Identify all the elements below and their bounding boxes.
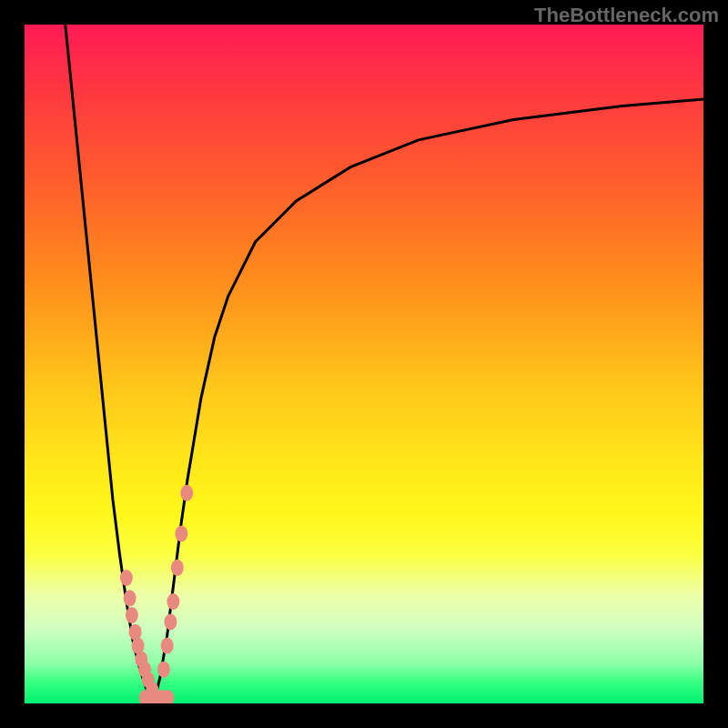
marker-dot (167, 593, 179, 610)
marker-dot (161, 638, 174, 654)
marker-dot (120, 570, 133, 586)
dots-marker-dots-left (120, 570, 162, 703)
plot-svg (25, 25, 703, 703)
marker-dot (171, 560, 184, 576)
marker-dot (157, 662, 170, 678)
plot-area (25, 25, 703, 703)
marker-dot (164, 613, 177, 630)
marker-dot (126, 607, 138, 623)
curve-curve-left (66, 25, 154, 703)
chart-frame: TheBottleneck.com (0, 0, 728, 728)
watermark-text: TheBottleneck.com (534, 4, 719, 27)
curve-curve-right (154, 99, 703, 703)
marker-dot (175, 526, 187, 542)
marker-dot (180, 485, 193, 501)
dots-marker-dots-bottom (139, 690, 175, 703)
marker-dot (124, 590, 136, 606)
